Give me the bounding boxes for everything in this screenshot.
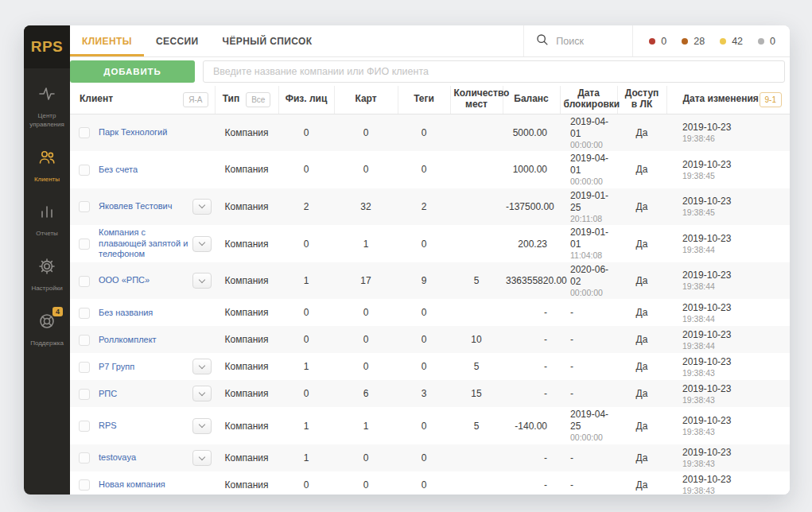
- row-checkbox[interactable]: [79, 479, 90, 491]
- counter-red[interactable]: 0: [649, 36, 666, 47]
- table-row: RPS Компания 1 1 0 5 -140.00 2019-04-25 …: [70, 407, 790, 444]
- counter-orange[interactable]: 28: [682, 36, 705, 47]
- balance-value: -: [503, 299, 560, 326]
- sidebar-item-reports[interactable]: Отчеты: [24, 202, 70, 239]
- sidebar-item-settings[interactable]: Настройки: [24, 257, 70, 293]
- block-date-cell: 2019-04-01 00:00:00: [560, 151, 617, 188]
- tab-sessions[interactable]: СЕССИИ: [144, 25, 211, 56]
- type-filter-button[interactable]: Все: [246, 92, 270, 108]
- expand-row-button[interactable]: [192, 273, 212, 289]
- counter-gray[interactable]: 0: [758, 36, 775, 47]
- bar-chart-icon: [37, 202, 56, 224]
- row-checkbox[interactable]: [79, 276, 90, 287]
- block-time: 00:00:00: [570, 432, 614, 443]
- row-checkbox[interactable]: [79, 421, 90, 432]
- client-name-link[interactable]: Р7 Групп: [99, 362, 188, 373]
- row-checkbox[interactable]: [79, 335, 90, 346]
- client-name-link[interactable]: RPS: [99, 421, 188, 432]
- header-tags: Теги: [398, 86, 450, 114]
- row-checkbox[interactable]: [79, 362, 90, 373]
- client-filter-input[interactable]: [203, 60, 785, 83]
- toolbar: ДОБАВИТЬ: [70, 57, 790, 86]
- client-name-link[interactable]: ООО «РПС»: [99, 275, 188, 286]
- balance-value: 1000.00: [503, 151, 560, 188]
- row-checkbox[interactable]: [79, 452, 90, 464]
- balance-value: -140.00: [503, 407, 560, 444]
- balance-value: -137500.00: [503, 188, 560, 226]
- block-date-cell: 2019-01-01 11:04:08: [560, 225, 617, 262]
- row-checkbox[interactable]: [79, 165, 90, 176]
- client-name-link[interactable]: Компания с плавающей запятой и телефоном: [99, 227, 188, 260]
- block-time: 00:00:00: [570, 140, 614, 150]
- client-name-link[interactable]: testovaya: [99, 452, 188, 464]
- client-name-link[interactable]: Без счета: [99, 165, 188, 176]
- client-name-link[interactable]: Новая компания: [99, 479, 188, 491]
- individuals-count: 1: [278, 407, 334, 444]
- cards-count: 6: [334, 380, 398, 407]
- add-client-button[interactable]: ДОБАВИТЬ: [70, 60, 195, 83]
- client-type: Компания: [215, 114, 278, 151]
- changed-time: 19:38:43: [682, 368, 787, 378]
- table-row: ООО «РПС» Компания 1 17 9 5 336355820.00…: [70, 262, 790, 300]
- table-row: Роллкомплект Компания 0 0 0 10 - -: [70, 326, 790, 353]
- row-checkbox[interactable]: [79, 239, 90, 250]
- expand-row-button[interactable]: [192, 450, 212, 466]
- changed-date: 2019-10-23: [682, 122, 787, 134]
- tab-clients[interactable]: КЛИЕНТЫ: [70, 25, 144, 56]
- expand-row-button[interactable]: [192, 418, 212, 434]
- client-name-link[interactable]: Парк Технологий: [99, 127, 188, 138]
- block-date: -: [570, 479, 614, 491]
- expand-row-button[interactable]: [192, 199, 212, 215]
- row-checkbox[interactable]: [79, 389, 90, 400]
- tags-count: 0: [398, 225, 450, 262]
- block-date-cell: -: [560, 444, 617, 471]
- sidebar-item-clients[interactable]: Клиенты: [24, 148, 70, 184]
- individuals-count: 0: [278, 225, 334, 262]
- sidebar-item-control-center[interactable]: Центр управления: [24, 84, 70, 130]
- changed-date: 2019-10-23: [682, 383, 787, 395]
- client-name-link[interactable]: Роллкомплект: [99, 335, 188, 346]
- client-name-link[interactable]: РПС: [99, 389, 188, 400]
- block-date-cell: 2019-01-25 20:11:08: [560, 188, 617, 226]
- changed-date: 2019-10-23: [682, 474, 787, 486]
- sidebar-item-support[interactable]: 4 Поддержка: [24, 312, 70, 348]
- seats-count: 15: [450, 380, 503, 407]
- changed-time: 19:38:44: [682, 314, 787, 324]
- yellow-dot-icon: [720, 38, 726, 45]
- tabs: КЛИЕНТЫ СЕССИИ ЧЁРНЫЙ СПИСОК: [70, 25, 324, 56]
- changed-date: 2019-10-23: [682, 329, 787, 341]
- row-checkbox[interactable]: [79, 127, 90, 138]
- expand-row-button[interactable]: [192, 386, 212, 401]
- search-input[interactable]: [556, 36, 621, 47]
- client-sort-button[interactable]: Я-А: [183, 92, 208, 108]
- individuals-count: 0: [278, 380, 334, 407]
- block-date-cell: 2020-06-02 00:00:00: [560, 262, 617, 300]
- block-date: 2019-04-25: [570, 409, 614, 432]
- change-date-sort-button[interactable]: 9-1: [760, 92, 782, 108]
- changed-date-cell: 2019-10-23 19:38:44: [666, 262, 790, 300]
- orange-dot-icon: [682, 38, 688, 45]
- balance-value: -: [503, 444, 560, 471]
- row-checkbox[interactable]: [79, 308, 90, 319]
- table-body: Парк Технологий Компания 0 0 0 5000.00 2…: [70, 114, 790, 495]
- row-checkbox[interactable]: [79, 201, 90, 212]
- tags-count: 0: [398, 353, 450, 380]
- table-row: Новая компания Компания 0 0 0 - -: [70, 471, 790, 495]
- counter-yellow[interactable]: 42: [720, 36, 743, 47]
- client-name-link[interactable]: Без названия: [99, 308, 188, 319]
- block-date: -: [570, 388, 614, 400]
- changed-time: 19:38:45: [682, 208, 787, 218]
- balance-value: 200.23: [503, 225, 560, 262]
- sidebar-item-label: Настройки: [29, 285, 64, 293]
- expand-row-button[interactable]: [192, 359, 212, 374]
- changed-date-cell: 2019-10-23 19:38:46: [666, 114, 790, 151]
- topbar: КЛИЕНТЫ СЕССИИ ЧЁРНЫЙ СПИСОК 0 28: [70, 25, 790, 57]
- lk-access-value: Да: [617, 262, 666, 300]
- client-name-link[interactable]: Яковлев Тестович: [99, 201, 188, 212]
- changed-date-cell: 2019-10-23 19:38:43: [666, 380, 790, 407]
- lk-access-value: Да: [617, 225, 666, 262]
- red-dot-icon: [649, 38, 655, 45]
- expand-row-button[interactable]: [192, 236, 212, 252]
- tab-blacklist[interactable]: ЧЁРНЫЙ СПИСОК: [211, 25, 324, 56]
- cards-count: 0: [334, 114, 398, 151]
